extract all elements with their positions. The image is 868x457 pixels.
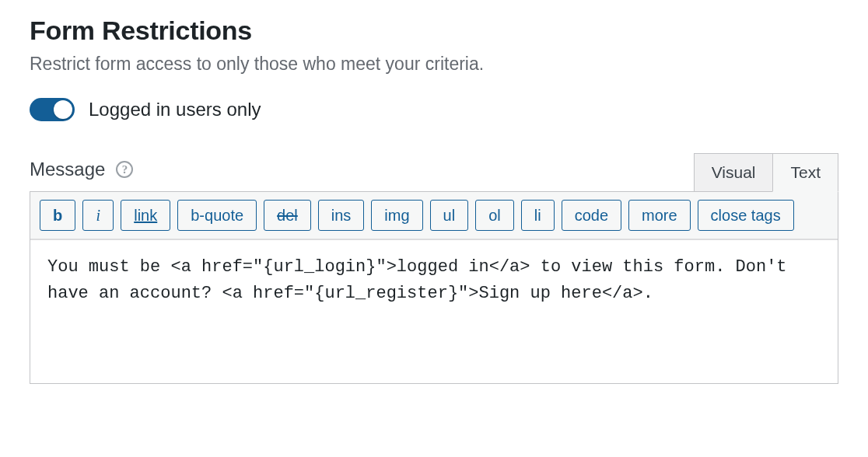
message-label-group: Message ?	[30, 159, 133, 191]
qt-italic-button[interactable]: i	[82, 200, 114, 231]
qt-bold-button[interactable]: b	[40, 200, 75, 231]
message-label: Message	[30, 159, 105, 180]
editor-panel: b i link b-quote del ins img ul ol li co…	[30, 191, 838, 384]
qt-ol-button[interactable]: ol	[475, 200, 514, 231]
qt-link-button[interactable]: link	[121, 200, 170, 231]
qt-more-button[interactable]: more	[628, 200, 691, 231]
qt-code-button[interactable]: code	[562, 200, 621, 231]
logged-in-toggle-label: Logged in users only	[89, 99, 261, 120]
message-textarea[interactable]	[30, 239, 838, 383]
logged-in-toggle[interactable]	[30, 98, 75, 121]
help-icon[interactable]: ?	[116, 161, 133, 178]
logged-in-toggle-row: Logged in users only	[30, 98, 838, 121]
quicktags-toolbar: b i link b-quote del ins img ul ol li co…	[30, 192, 838, 239]
qt-blockquote-button[interactable]: b-quote	[177, 200, 257, 231]
form-restrictions-panel: Form Restrictions Restrict form access t…	[0, 0, 868, 407]
qt-del-button[interactable]: del	[264, 200, 311, 231]
message-header: Message ? Visual Text	[30, 152, 838, 191]
tab-visual[interactable]: Visual	[694, 153, 774, 192]
toggle-knob	[54, 100, 72, 119]
qt-ins-button[interactable]: ins	[318, 200, 365, 231]
page-title: Form Restrictions	[30, 16, 838, 46]
page-subtitle: Restrict form access to only those who m…	[30, 54, 838, 75]
qt-img-button[interactable]: img	[371, 200, 422, 231]
editor-tabs: Visual Text	[694, 152, 838, 191]
qt-li-button[interactable]: li	[521, 200, 555, 231]
qt-ul-button[interactable]: ul	[430, 200, 469, 231]
tab-text[interactable]: Text	[772, 153, 838, 192]
qt-close-tags-button[interactable]: close tags	[698, 200, 794, 231]
